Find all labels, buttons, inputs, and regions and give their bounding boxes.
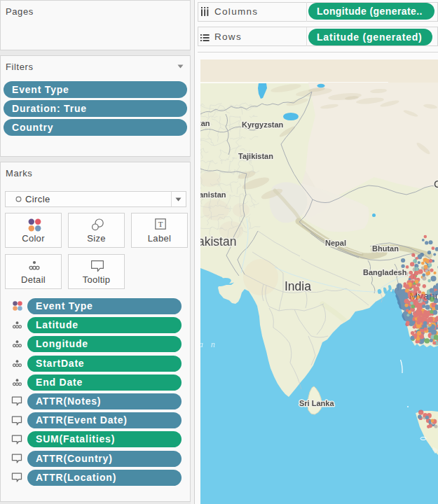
svg-text:a n: a n (200, 340, 218, 349)
svg-text:akistan: akistan (200, 234, 236, 248)
svg-text:anistan: anistan (200, 190, 226, 199)
svg-text:Sri Lanka: Sri Lanka (299, 399, 334, 407)
svg-text:Tajikistan: Tajikistan (238, 152, 273, 160)
svg-text:Kyrgyzstan: Kyrgyzstan (242, 120, 284, 129)
svg-text:Nepal: Nepal (325, 239, 346, 247)
svg-text:India: India (285, 279, 311, 293)
svg-text:T: T (158, 220, 163, 228)
svg-text:Bangladesh: Bangladesh (363, 268, 407, 276)
svg-text:tan: tan (200, 119, 210, 127)
svg-text:Bhutan: Bhutan (372, 244, 399, 253)
svg-text:C: C (434, 178, 438, 190)
